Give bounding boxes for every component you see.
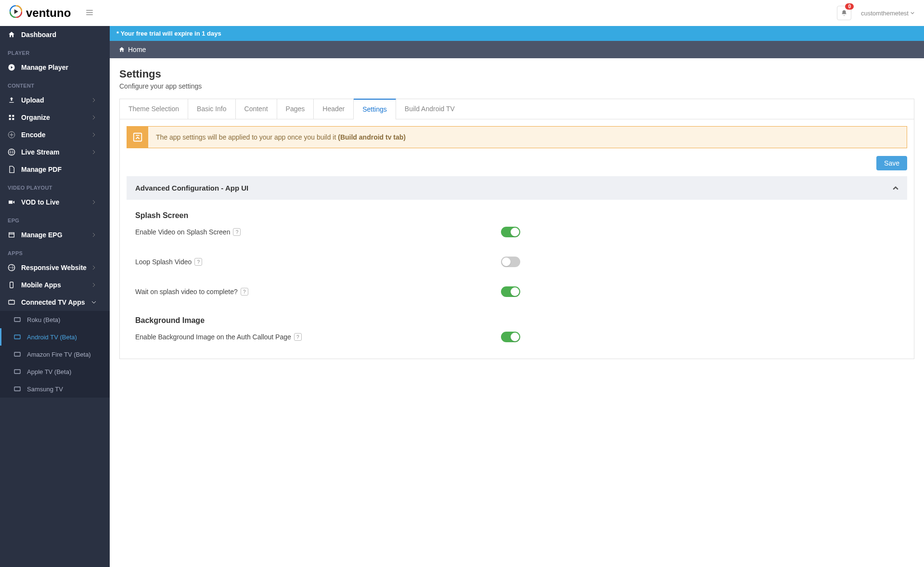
sidebar-item-responsive-website[interactable]: Responsive Website: [0, 259, 110, 276]
help-icon[interactable]: ?: [241, 288, 248, 296]
tv-icon: [13, 368, 21, 375]
chevron-right-icon: [91, 200, 96, 205]
chevron-down-icon: [91, 300, 96, 305]
tab-panel: The app settings will be applied to your…: [119, 119, 914, 359]
toggle-splash-wait[interactable]: [501, 286, 520, 297]
chevron-right-icon: [91, 98, 96, 103]
camera-icon: [8, 198, 15, 206]
logo-icon: [10, 5, 22, 21]
toggle-bg-enable[interactable]: [501, 332, 520, 342]
config-row-splash-loop: Loop Splash Video ?: [135, 257, 520, 267]
bell-icon: [841, 10, 847, 16]
bg-section-title: Background Image: [135, 316, 898, 325]
hamburger-icon[interactable]: [85, 8, 94, 18]
svg-rect-10: [14, 387, 20, 391]
encode-icon: [8, 131, 15, 139]
alert-text: The app settings will be applied to your…: [148, 127, 413, 148]
sidebar-item-label: Dashboard: [21, 31, 56, 39]
sidebar-subitem-roku[interactable]: Roku (Beta): [0, 311, 110, 328]
sidebar-item-label: Samsung TV: [27, 386, 63, 393]
toggle-splash-enable[interactable]: [501, 227, 520, 237]
notifications-button[interactable]: 0: [837, 6, 851, 20]
svg-rect-5: [9, 300, 14, 304]
svg-rect-8: [14, 352, 20, 356]
sidebar-item-label: Manage Player: [21, 64, 68, 71]
config-label: Loop Splash Video ?: [135, 258, 202, 266]
config-row-splash-enable: Enable Video on Splash Screen ?: [135, 227, 520, 237]
chevron-right-icon: [91, 283, 96, 287]
sidebar-item-organize[interactable]: Organize: [0, 109, 110, 126]
tab-theme-selection[interactable]: Theme Selection: [120, 99, 188, 119]
accordion-title: Advanced Configuration - App UI: [135, 184, 248, 192]
sidebar-subitem-android-tv[interactable]: Android TV (Beta): [0, 328, 110, 346]
tv-icon: [13, 316, 21, 323]
tv-icon: [13, 333, 21, 341]
sidebar-subitem-apple-tv[interactable]: Apple TV (Beta): [0, 363, 110, 380]
sidebar-item-label: Connected TV Apps: [21, 298, 85, 306]
chevron-down-icon: [911, 11, 914, 15]
play-icon: [8, 64, 15, 71]
accordion-header[interactable]: Advanced Configuration - App UI: [127, 176, 907, 200]
svg-rect-9: [14, 370, 20, 374]
chevron-right-icon: [91, 232, 96, 237]
globe-icon: [8, 148, 15, 156]
sidebar-section-content: CONTENT: [0, 76, 110, 91]
tv-icon: [13, 350, 21, 358]
sidebar-item-mobile-apps[interactable]: Mobile Apps: [0, 276, 110, 294]
sidebar-item-label: Roku (Beta): [27, 316, 60, 323]
tv-icon: [8, 298, 15, 306]
sidebar-item-dashboard[interactable]: Dashboard: [0, 26, 110, 43]
sidebar-item-manage-pdf[interactable]: Manage PDF: [0, 161, 110, 178]
tab-settings[interactable]: Settings: [354, 99, 396, 119]
svg-rect-7: [14, 335, 20, 339]
alert-icon: [127, 127, 148, 148]
breadcrumb-home: Home: [128, 46, 146, 53]
sidebar-section-player: PLAYER: [0, 43, 110, 59]
globe-icon: [8, 264, 15, 271]
toggle-splash-loop[interactable]: [501, 257, 520, 267]
notification-badge: 0: [845, 3, 854, 10]
config-label: Enable Background Image on the Auth Call…: [135, 333, 302, 341]
sidebar-item-live-stream[interactable]: Live Stream: [0, 143, 110, 161]
chevron-right-icon: [91, 265, 96, 270]
splash-section-title: Splash Screen: [135, 211, 898, 220]
sidebar-item-upload[interactable]: Upload: [0, 91, 110, 109]
page-subtitle: Configure your app settings: [119, 82, 914, 90]
brand-logo[interactable]: ventuno: [10, 5, 71, 21]
tab-content[interactable]: Content: [236, 99, 277, 119]
save-button[interactable]: Save: [876, 156, 907, 170]
sidebar-item-label: Android TV (Beta): [27, 334, 77, 341]
tab-header[interactable]: Header: [314, 99, 354, 119]
mobile-icon: [8, 281, 15, 289]
svg-rect-6: [14, 318, 20, 322]
info-alert: The app settings will be applied to your…: [127, 126, 907, 148]
breadcrumb[interactable]: Home: [110, 41, 924, 58]
sidebar-item-label: Manage EPG: [21, 231, 63, 239]
sidebar-subitem-amazon-fire-tv[interactable]: Amazon Fire TV (Beta): [0, 346, 110, 363]
chevron-right-icon: [91, 132, 96, 137]
sidebar-subitem-samsung-tv[interactable]: Samsung TV: [0, 380, 110, 398]
tab-basic-info[interactable]: Basic Info: [188, 99, 235, 119]
help-icon[interactable]: ?: [233, 228, 241, 236]
user-menu[interactable]: customthemetest: [861, 10, 914, 17]
organize-icon: [8, 114, 15, 121]
sidebar-item-label: Responsive Website: [21, 264, 87, 271]
sidebar-item-label: Upload: [21, 96, 44, 104]
sidebar-item-label: VOD to Live: [21, 198, 59, 206]
sidebar-item-manage-player[interactable]: Manage Player: [0, 59, 110, 76]
home-icon: [118, 46, 125, 53]
sidebar-item-label: Apple TV (Beta): [27, 368, 71, 375]
top-header: ventuno 0 customthemetest: [0, 0, 924, 26]
page-title: Settings: [119, 68, 914, 80]
sidebar-section-epg: EPG: [0, 211, 110, 226]
tab-pages[interactable]: Pages: [277, 99, 314, 119]
sidebar-item-manage-epg[interactable]: Manage EPG: [0, 226, 110, 244]
sidebar-item-connected-tv-apps[interactable]: Connected TV Apps: [0, 294, 110, 311]
help-icon[interactable]: ?: [194, 258, 202, 266]
epg-icon: [8, 231, 15, 239]
sidebar-item-vod-to-live[interactable]: VOD to Live: [0, 193, 110, 211]
help-icon[interactable]: ?: [294, 333, 302, 341]
svg-rect-4: [10, 282, 13, 288]
tab-build-android-tv[interactable]: Build Android TV: [396, 99, 463, 119]
sidebar-item-encode[interactable]: Encode: [0, 126, 110, 143]
